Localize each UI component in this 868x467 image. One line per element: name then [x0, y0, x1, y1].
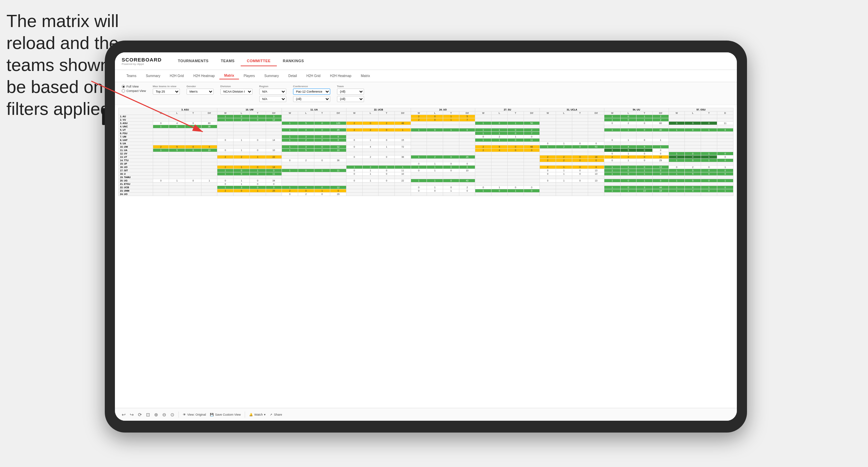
cell-r16-c3-0: 0 — [346, 169, 362, 172]
watch-label: Watch — [254, 413, 263, 416]
subnav-summary1[interactable]: Summary — [141, 73, 165, 79]
subnav-h2hheatmap2[interactable]: H2H Heatmap — [325, 73, 356, 79]
nav-teams[interactable]: TEAMS — [215, 56, 241, 66]
cell-r15-c4-3: 0 — [459, 166, 475, 169]
cell-empty-r6-c4-3 — [459, 135, 475, 139]
zoom-out-button[interactable]: ⊖ — [162, 412, 166, 417]
share-button[interactable]: ↗ Share — [270, 413, 282, 416]
nav-rankings[interactable]: RANKINGS — [277, 56, 310, 66]
zoom-in-button[interactable]: ⊕ — [154, 412, 158, 417]
nav-tournaments[interactable]: TOURNAMENTS — [172, 56, 215, 66]
cell-r19-c1-3: 34 — [266, 179, 282, 182]
cell-empty-r5-c2-0 — [282, 132, 298, 135]
cell-r22-c4-0: 0 — [411, 189, 427, 193]
subnav-matrix1[interactable]: Matrix — [219, 72, 239, 79]
cell-r6-c5-2: 1 — [507, 135, 524, 139]
compact-view-radio[interactable] — [122, 89, 125, 93]
view-original-button[interactable]: 👁 View: Original — [183, 413, 206, 416]
cell-r1-c1-3: 12 — [266, 118, 282, 122]
cell-r2-c7-2: 0 — [636, 122, 653, 125]
cell-empty-r15-c0-1 — [169, 166, 185, 169]
cell-empty-r23-c3-3 — [395, 193, 411, 196]
redo-button[interactable]: ↪ — [130, 412, 134, 417]
cell-empty-r18-c7-2 — [636, 176, 653, 179]
cell-empty-r14-c1-0 — [217, 162, 234, 166]
subnav-h2hgrid2[interactable]: H2H Grid — [302, 73, 325, 79]
cell-r4-c2-3: 35 — [330, 128, 346, 132]
cell-empty-r20-c0-2 — [185, 182, 201, 186]
cell-r9-c6-3: 53 — [588, 145, 604, 149]
subnav-teams[interactable]: Teams — [122, 73, 141, 79]
cell-r15-c3-3: 1 — [395, 166, 411, 169]
subnav-h2hgrid1[interactable]: H2H Grid — [165, 73, 189, 79]
cell-empty-r8-c0-2 — [185, 142, 201, 145]
cell-r1-c4-2: 1 — [443, 118, 459, 122]
cell-empty-r1-c2-3 — [330, 118, 346, 122]
conference-select2[interactable]: (All) — [293, 96, 330, 102]
region-select2[interactable]: N/A — [259, 96, 286, 102]
cell-empty-r18-c4-2 — [443, 176, 459, 179]
cell-r10-c2-3: 10 — [330, 149, 346, 152]
region-label: Region — [259, 85, 286, 88]
subnav-summary2[interactable]: Summary — [260, 73, 284, 79]
team-select2[interactable]: (All) — [337, 96, 364, 102]
full-view-radio[interactable] — [122, 85, 125, 88]
cell-empty-r5-c7-1 — [620, 132, 636, 135]
cell-r4-c5-2: 0 — [507, 128, 524, 132]
subnav-detail[interactable]: Detail — [284, 73, 302, 79]
cell-empty-r17-c2-2 — [314, 172, 330, 176]
subnav-players[interactable]: Players — [239, 73, 260, 79]
cell-r4-c3-0: 2 — [346, 128, 362, 132]
cell-empty-r6-c6-3 — [588, 135, 604, 139]
cell-r21-c7-3: 44 — [653, 186, 669, 189]
cell-empty-r20-c5-0 — [475, 182, 491, 186]
compact-view-option[interactable]: Compact View — [122, 89, 146, 93]
cell-r12-c6-0: 2 — [540, 155, 556, 159]
undo-button[interactable]: ↩ — [122, 412, 126, 417]
cell-empty-r9-c1-2 — [249, 145, 266, 149]
cell-r7-c1-1: 1 — [234, 139, 250, 142]
division-select[interactable]: NCAA Division I — [220, 89, 252, 95]
subnav-matrix2[interactable]: Matrix — [356, 73, 375, 79]
reset-button[interactable]: ⊙ — [170, 412, 174, 417]
team-select[interactable]: (All) — [337, 89, 364, 95]
cell-empty-r21-c3-0 — [346, 186, 362, 189]
cell-empty-r3-c5-1 — [491, 125, 508, 128]
tablet-screen: SCOREBOARD Powered by clippd TOURNAMENTS… — [115, 52, 737, 421]
cell-empty-r11-c2-0 — [282, 152, 298, 155]
cell-r6-c2-0: 1 — [282, 135, 298, 139]
cell-r15-c4-2: 0 — [443, 166, 459, 169]
conference-select[interactable]: Pac-12 Conference — [293, 89, 330, 95]
cell-empty-r21-c0-3 — [201, 186, 217, 189]
refresh-button[interactable]: ⟳ — [138, 412, 142, 417]
cell-empty-r18-c8-0 — [669, 176, 685, 179]
cell-empty-r18-c1-0 — [217, 176, 234, 179]
cell-empty-r8-c3-3 — [395, 142, 411, 145]
cell-r2-c3-3: 48 — [395, 122, 411, 125]
nav-committee[interactable]: COMMITTEE — [241, 56, 277, 66]
cell-empty-r5-c7-2 — [636, 132, 653, 135]
cell-r4-c4-0: 1 — [411, 128, 427, 132]
zoom-fit-button[interactable]: ⊡ — [146, 412, 150, 417]
cell-r19-c7-0: 1 — [604, 179, 620, 182]
watch-button[interactable]: 🔔 Watch ▾ — [249, 413, 266, 416]
cell-empty-r4-c0-3 — [201, 128, 217, 132]
max-teams-select[interactable]: Top 25 — [153, 89, 180, 95]
cell-empty-r14-c6-0 — [540, 162, 556, 166]
gender-select[interactable]: Men's — [187, 89, 214, 95]
cell-r2-c0-1: 4 — [169, 122, 185, 125]
cell-empty-r0-c6-0 — [540, 115, 556, 118]
cell-empty-r2-c1-3 — [266, 122, 282, 125]
cell-empty-r15-c2-2 — [314, 166, 330, 169]
cell-empty-r1-c2-1 — [298, 118, 314, 122]
cell-empty-r17-c4-3 — [459, 172, 475, 176]
subnav-h2hheatmap1[interactable]: H2H Heatmap — [189, 73, 219, 79]
cell-empty-r18-c3-1 — [362, 176, 379, 179]
matrix-content[interactable]: 3. ASU 10. UW 11. UA 22. UCB 24. UO 27. … — [115, 105, 737, 408]
full-view-option[interactable]: Full View — [122, 85, 146, 88]
cell-empty-r9-c1-1 — [234, 145, 250, 149]
cell-empty-r17-c0-2 — [185, 172, 201, 176]
region-select[interactable]: N/A — [259, 89, 286, 95]
cell-empty-r3-c6-2 — [572, 125, 588, 128]
save-custom-button[interactable]: 💾 Save Custom View — [210, 413, 241, 416]
